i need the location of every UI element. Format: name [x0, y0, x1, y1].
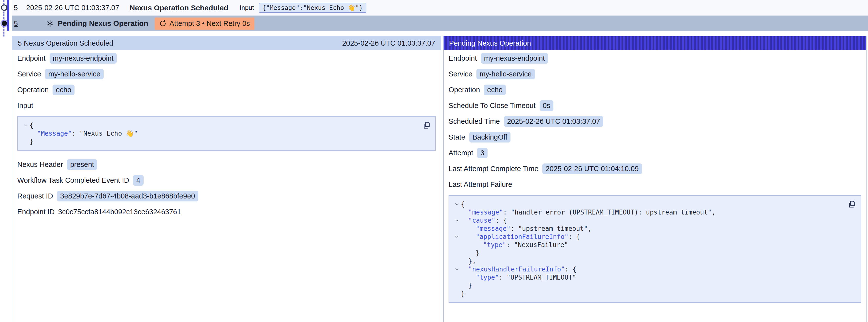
- json-line: "applicationFailureInfo": {: [453, 233, 846, 241]
- failure-json-viewer: {"message": "handler error (UPSTREAM_TIM…: [448, 195, 861, 303]
- field-value-badge: 0s: [539, 100, 554, 111]
- retry-icon: [159, 20, 166, 27]
- json-code-text: "applicationFailureInfo": {: [461, 233, 580, 241]
- attempt-retry-text: Attempt 3 • Next Retry 0s: [169, 20, 250, 28]
- event-title: Nexus Operation Scheduled: [129, 4, 228, 12]
- field-label: State: [448, 133, 465, 141]
- field-value-badge: my-nexus-endpoint: [481, 53, 548, 64]
- collapse-chevron-icon[interactable]: [21, 121, 30, 127]
- json-key: "Message": [37, 130, 72, 137]
- event-fields-top: Endpointmy-nexus-endpointServicemy-hello…: [17, 53, 436, 95]
- json-code-text: }: [461, 249, 479, 257]
- field-label: Operation: [17, 86, 49, 94]
- json-gutter-spacer: [453, 273, 461, 276]
- json-value-text: : {: [565, 265, 576, 273]
- json-value-text: : "NexusFailure": [506, 241, 568, 249]
- event-row-nexus-operation-scheduled[interactable]: 5 2025-02-26 UTC 01:03:37.07 Nexus Opera…: [12, 0, 868, 15]
- copy-icon[interactable]: [847, 200, 856, 208]
- json-key: "type": [483, 241, 506, 249]
- timeline-gutter: [0, 0, 12, 39]
- attempt-retry-badge: Attempt 3 • Next Retry 0s: [155, 18, 254, 30]
- field-row: Schedule To Close Timeout0s: [448, 101, 861, 110]
- json-value-text: }: [461, 290, 465, 297]
- json-line: },: [453, 257, 846, 265]
- field-row: Last Attempt Complete Time2025-02-26 UTC…: [448, 164, 861, 173]
- json-gutter-spacer: [453, 249, 461, 251]
- field-row: Operationecho: [17, 85, 436, 95]
- event-history-detail-view: 5 2025-02-26 UTC 01:03:37.07 Nexus Opera…: [0, 0, 868, 322]
- field-row: Servicemy-hello-service: [17, 69, 436, 79]
- field-label: Attempt: [448, 149, 473, 157]
- field-row: Request ID3e829b7e-7d67-4b08-aad3-b1e868…: [17, 191, 436, 201]
- json-code-text: },: [461, 257, 476, 265]
- collapse-chevron-icon[interactable]: [453, 200, 461, 206]
- copy-icon[interactable]: [422, 121, 431, 130]
- field-value-link[interactable]: 3c0c75ccfa8144b092c13ce632463761: [58, 208, 181, 216]
- json-line: }: [21, 137, 421, 146]
- field-row: StateBackingOff: [448, 132, 861, 142]
- json-value-text: },: [468, 257, 476, 265]
- json-line: }: [453, 290, 846, 298]
- json-gutter-spacer: [21, 137, 30, 139]
- json-value-text: : {: [568, 233, 580, 240]
- event-fields-bottom: Nexus HeaderpresentWorkflow Task Complet…: [17, 160, 436, 217]
- json-gutter-spacer: [453, 241, 461, 243]
- pending-operation-header: Pending Nexus Operation: [444, 36, 866, 50]
- json-key: "message": [476, 225, 510, 232]
- field-value-badge: my-nexus-endpoint: [50, 53, 117, 64]
- json-code-text: }: [461, 282, 472, 290]
- event-id-link[interactable]: 5: [14, 20, 26, 28]
- json-value-text: : "UPSTREAM_TIMEOUT": [499, 274, 576, 281]
- field-label: Input: [17, 102, 33, 110]
- field-row-input: Input: [17, 101, 436, 110]
- field-row: Nexus Headerpresent: [17, 160, 436, 169]
- field-label: Operation: [448, 86, 480, 94]
- collapse-chevron-icon[interactable]: [453, 233, 461, 239]
- field-row: Endpoint ID3c0c75ccfa8144b092c13ce632463…: [17, 207, 436, 217]
- field-row-last-attempt-failure: Last Attempt Failure: [448, 180, 861, 189]
- json-key: "applicationFailureInfo": [476, 233, 568, 240]
- pending-operation-header-title: Pending Nexus Operation: [449, 39, 531, 47]
- field-label: Endpoint: [17, 54, 45, 62]
- field-value-badge: 2025-02-26 UTC 01:04:10.09: [542, 163, 642, 174]
- json-code-text: "cause": {: [461, 217, 507, 225]
- field-row: Servicemy-hello-service: [448, 69, 861, 79]
- collapse-chevron-icon[interactable]: [453, 265, 461, 271]
- input-json-viewer: {"Message": "Nexus Echo 👋"}: [17, 117, 436, 151]
- json-line: "message": "upstream timeout",: [453, 225, 846, 233]
- event-timestamp: 2025-02-26 UTC 01:03:37.07: [26, 4, 119, 12]
- field-row: Scheduled Time2025-02-26 UTC 01:03:37.07: [448, 117, 861, 126]
- pending-asterisk-icon: [46, 19, 54, 28]
- field-label: Scheduled Time: [448, 117, 500, 126]
- field-label: Nexus Header: [17, 161, 63, 169]
- field-row: Attempt3: [448, 148, 861, 158]
- field-row: Endpointmy-nexus-endpoint: [448, 53, 861, 63]
- event-row-pending-nexus-operation[interactable]: 5 Pending Nexus Operation Attempt 3 • Ne…: [12, 15, 868, 31]
- json-code-text: "type": "NexusFailure": [461, 241, 568, 249]
- json-line: {: [21, 121, 421, 129]
- field-value-badge: BackingOff: [469, 132, 510, 142]
- event-detail-header-title: 5 Nexus Operation Scheduled: [18, 39, 113, 47]
- json-key: "nexusHandlerFailureInfo": [468, 265, 565, 273]
- field-row: Workflow Task Completed Event ID4: [17, 175, 436, 185]
- input-preview-chip[interactable]: {"Message":"Nexus Echo 👋"}: [259, 3, 366, 13]
- event-id-link[interactable]: 5: [14, 4, 26, 12]
- json-line: "Message": "Nexus Echo 👋": [21, 129, 421, 137]
- field-value-badge: 3: [477, 148, 488, 158]
- field-value-badge: 2025-02-26 UTC 01:03:37.07: [504, 116, 603, 127]
- json-value-text: {: [461, 200, 465, 208]
- field-label: Workflow Task Completed Event ID: [17, 176, 129, 185]
- json-code-text: "nexusHandlerFailureInfo": {: [461, 265, 576, 273]
- json-code-text: "Message": "Nexus Echo 👋": [30, 129, 138, 137]
- json-gutter-spacer: [453, 290, 461, 292]
- field-label: Endpoint: [448, 54, 477, 62]
- input-json-lines: {"Message": "Nexus Echo 👋"}: [21, 121, 421, 146]
- json-line: "type": "UPSTREAM_TIMEOUT": [453, 273, 846, 282]
- json-key: "type": [476, 274, 499, 281]
- collapse-chevron-icon[interactable]: [453, 217, 461, 223]
- json-gutter-spacer: [453, 208, 461, 210]
- field-value-badge: echo: [484, 85, 506, 95]
- field-label: Service: [17, 70, 41, 78]
- json-gutter-spacer: [453, 282, 461, 284]
- timeline-node-open-icon: [1, 4, 7, 11]
